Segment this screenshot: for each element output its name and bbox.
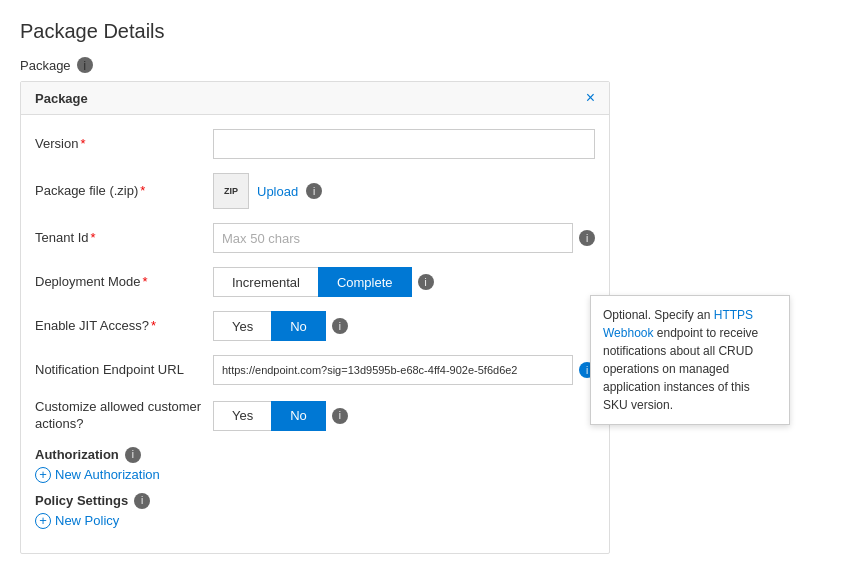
package-section-info-icon[interactable]: i [77,57,93,73]
deployment-mode-control: Incremental Complete i [213,267,595,297]
add-policy-icon: + [35,513,51,529]
add-policy-label: New Policy [55,513,119,528]
card-header: Package × [21,82,609,115]
version-label: Version* [35,136,205,153]
deployment-incremental-btn[interactable]: Incremental [213,267,318,297]
card-body: Version* Package file (.zip)* ZIP Upload… [21,115,609,553]
policy-settings-label: Policy Settings [35,493,128,508]
tenant-id-info-icon[interactable]: i [579,230,595,246]
version-input[interactable] [213,129,595,159]
jit-access-info-icon[interactable]: i [332,318,348,334]
package-file-label: Package file (.zip)* [35,183,205,200]
add-authorization-link[interactable]: + New Authorization [35,467,595,483]
tooltip-text-part1: Optional. Specify an [603,308,714,322]
page-title: Package Details [20,20,826,43]
tenant-id-control: i [213,223,595,253]
notification-url-tooltip: Optional. Specify an HTTPS Webhook endpo… [590,295,790,425]
tenant-id-input[interactable] [213,223,573,253]
package-file-control: ZIP Upload i [213,173,595,209]
upload-link[interactable]: Upload [257,184,298,199]
notification-url-label: Notification Endpoint URL [35,362,205,379]
authorization-label: Authorization [35,447,119,462]
add-authorization-icon: + [35,467,51,483]
jit-yes-btn[interactable]: Yes [213,311,271,341]
jit-access-control: Yes No i [213,311,595,341]
tenant-id-label: Tenant Id* [35,230,205,247]
zip-icon: ZIP [213,173,249,209]
customize-no-btn[interactable]: No [271,401,326,431]
package-section-label: Package [20,58,71,73]
customize-actions-toggle: Yes No [213,401,326,431]
add-authorization-label: New Authorization [55,467,160,482]
notification-url-input[interactable] [213,355,573,385]
customize-actions-row: Customize allowed customer actions? Yes … [35,399,595,433]
customize-actions-control: Yes No i [213,401,595,431]
add-policy-link[interactable]: + New Policy [35,513,595,529]
customize-actions-info-icon[interactable]: i [332,408,348,424]
jit-access-label: Enable JIT Access?* [35,318,205,335]
notification-url-control: i [213,355,595,385]
jit-no-btn[interactable]: No [271,311,326,341]
package-section-header: Package i [20,57,826,73]
jit-access-row: Enable JIT Access?* Yes No i [35,311,595,341]
deployment-complete-btn[interactable]: Complete [318,267,412,297]
authorization-info-icon[interactable]: i [125,447,141,463]
customize-actions-label: Customize allowed customer actions? [35,399,205,433]
card-title: Package [35,91,88,106]
deployment-mode-toggle: Incremental Complete [213,267,412,297]
version-row: Version* [35,129,595,159]
notification-url-row: Notification Endpoint URL i [35,355,595,385]
card-close-button[interactable]: × [586,90,595,106]
authorization-section-header: Authorization i [35,447,595,463]
deployment-mode-info-icon[interactable]: i [418,274,434,290]
customize-yes-btn[interactable]: Yes [213,401,271,431]
deployment-mode-row: Deployment Mode* Incremental Complete i [35,267,595,297]
deployment-mode-label: Deployment Mode* [35,274,205,291]
policy-settings-info-icon[interactable]: i [134,493,150,509]
version-control [213,129,595,159]
jit-access-toggle: Yes No [213,311,326,341]
package-file-info-icon[interactable]: i [306,183,322,199]
package-card: Package × Version* Package file (.zip)* … [20,81,610,554]
package-file-row: Package file (.zip)* ZIP Upload i [35,173,595,209]
tenant-id-row: Tenant Id* i [35,223,595,253]
policy-settings-section-header: Policy Settings i [35,493,595,509]
